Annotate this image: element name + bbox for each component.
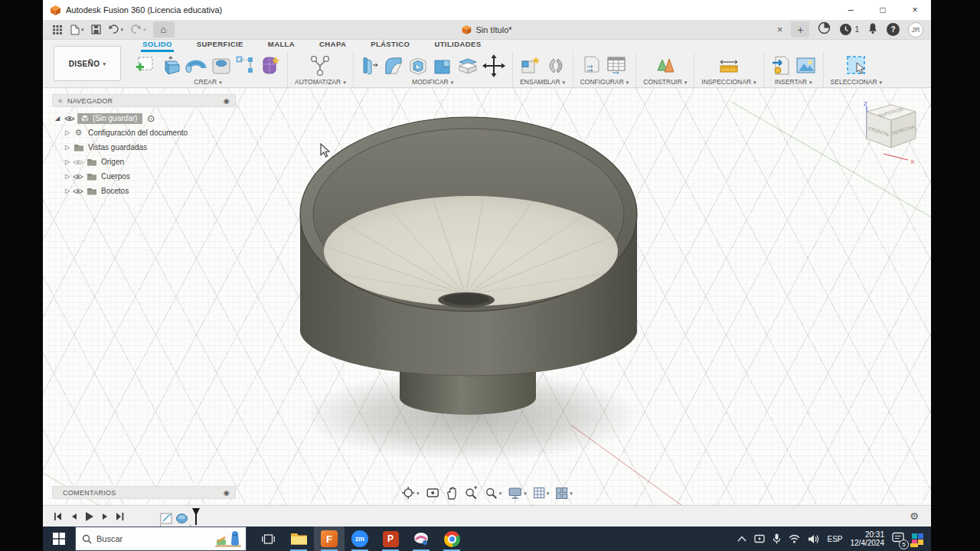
expander-open-icon[interactable]: ◢ <box>52 115 63 122</box>
tree-row-doc-settings[interactable]: ▷ ⚙ Configuración del documento <box>52 126 236 140</box>
create-form-button[interactable] <box>259 55 280 76</box>
timeline-sketch-feature[interactable] <box>160 512 173 525</box>
group-label-configurar[interactable]: CONFIGURAR▾ <box>580 78 629 86</box>
tab-malla[interactable]: MALLA <box>266 40 296 52</box>
sketch-dimension-button[interactable] <box>236 56 254 76</box>
tray-chevron-icon[interactable] <box>737 536 746 542</box>
configuration-table-button[interactable] <box>606 55 627 76</box>
help-button[interactable]: ? <box>887 23 900 36</box>
group-label-crear[interactable]: CREAR▾ <box>194 78 221 86</box>
group-label-construir[interactable]: CONSTRUIR▾ <box>643 78 687 86</box>
hole-button[interactable] <box>211 56 231 76</box>
grid-settings-button[interactable]: ▾ <box>533 487 550 499</box>
configuration-button[interactable] <box>582 55 602 76</box>
group-label-automatizar[interactable]: AUTOMATIZAR▾ <box>295 78 346 86</box>
file-explorer-button[interactable] <box>283 527 314 551</box>
tree-root-row[interactable]: ◢ (Sin guardar) ⊙ <box>52 111 236 126</box>
root-component-chip[interactable]: (Sin guardar) <box>77 113 142 124</box>
joint-button[interactable] <box>546 56 566 76</box>
tree-row-saved-views[interactable]: ▷ Vistas guardadas <box>52 140 236 155</box>
save-button[interactable] <box>91 24 101 34</box>
chrome-button[interactable] <box>436 527 467 551</box>
user-avatar[interactable]: JR <box>908 22 923 37</box>
select-button[interactable] <box>846 55 867 76</box>
document-tab[interactable]: Sin título* <box>451 20 522 40</box>
tree-row-cuerpos[interactable]: ▷ Cuerpos <box>52 169 236 184</box>
look-at-button[interactable] <box>426 487 439 499</box>
taskbar-clock[interactable]: 20:31 12/4/2024 <box>851 530 885 547</box>
expander-icon[interactable]: ▷ <box>62 173 73 180</box>
comments-header[interactable]: COMENTARIOS ◉ <box>52 486 236 499</box>
taskbar-search-input[interactable]: Buscar <box>75 527 247 551</box>
create-sketch-button[interactable] <box>136 55 156 76</box>
activate-component-radio[interactable]: ⊙ <box>147 113 155 124</box>
close-tab-button[interactable]: × <box>777 24 783 35</box>
display-settings-button[interactable]: ▾ <box>508 487 527 500</box>
step-back-button[interactable] <box>70 512 77 521</box>
offset-face-button[interactable] <box>457 56 478 76</box>
viewports-button[interactable]: ▾ <box>555 487 573 500</box>
fillet-button[interactable] <box>384 56 403 76</box>
notification-center-button[interactable]: 5 <box>892 532 904 546</box>
viewport-canvas[interactable]: « NAVEGADOR ◉ ◢ <box>43 88 931 505</box>
panel-pin-icon[interactable]: ◉ <box>224 489 230 497</box>
visibility-eye-icon[interactable] <box>73 158 83 166</box>
group-label-inspeccionar[interactable]: INSPECCIONAR▾ <box>701 78 756 86</box>
minimize-button[interactable]: – <box>835 0 867 20</box>
timeline-settings-gear-icon[interactable]: ⚙ <box>910 510 919 522</box>
task-view-button[interactable] <box>253 527 283 551</box>
file-menu-button[interactable]: ▾ <box>70 24 84 35</box>
office-app-icon[interactable] <box>912 533 923 545</box>
tree-row-origen[interactable]: ▷ Origen <box>52 155 236 169</box>
combine-button[interactable] <box>433 56 452 76</box>
collapse-panel-icon[interactable]: « <box>58 96 63 105</box>
tab-chapa[interactable]: CHAPA <box>318 40 348 52</box>
start-button[interactable] <box>43 527 75 551</box>
timeline-revolve-feature[interactable] <box>175 512 188 525</box>
group-label-insertar[interactable]: INSERTAR▾ <box>775 78 812 86</box>
extrude-button[interactable] <box>161 55 181 76</box>
extensions-button[interactable] <box>818 21 831 37</box>
undo-button[interactable]: ▾ <box>108 24 124 34</box>
group-label-seleccionar[interactable]: SELECCIONAR▾ <box>831 78 882 86</box>
play-button[interactable] <box>84 511 94 522</box>
panel-pin-icon[interactable]: ◉ <box>224 97 230 105</box>
skip-to-end-button[interactable] <box>116 512 125 521</box>
expander-icon[interactable]: ▷ <box>62 144 73 151</box>
paint-app-button[interactable] <box>406 527 436 551</box>
new-component-button[interactable] <box>520 55 541 76</box>
tab-plastico[interactable]: PLÁSTICO <box>369 40 411 52</box>
group-label-ensamblar[interactable]: ENSAMBLAR▾ <box>520 78 565 86</box>
group-label-modificar[interactable]: MODIFICAR▾ <box>412 78 453 86</box>
expander-icon[interactable]: ▷ <box>62 158 73 165</box>
zoom-app-button[interactable]: zm <box>345 527 375 551</box>
visibility-eye-icon[interactable] <box>73 187 83 195</box>
expander-icon[interactable]: ▷ <box>62 187 73 194</box>
notifications-button[interactable] <box>867 22 878 37</box>
orbit-button[interactable]: ▾ <box>401 486 420 500</box>
microphone-icon[interactable] <box>773 533 781 544</box>
press-pull-button[interactable] <box>361 55 379 76</box>
pan-button[interactable] <box>446 487 458 500</box>
move-copy-button[interactable] <box>482 54 505 77</box>
visibility-eye-icon[interactable] <box>73 173 83 181</box>
job-status-button[interactable]: 1 <box>839 23 859 36</box>
navigator-header[interactable]: « NAVEGADOR ◉ <box>52 94 236 107</box>
insert-image-button[interactable] <box>795 56 816 75</box>
tray-device-icon[interactable] <box>754 534 765 543</box>
redo-button[interactable]: ▾ <box>130 24 146 34</box>
new-tab-button[interactable]: + <box>791 21 809 37</box>
construct-plane-button[interactable] <box>655 55 675 76</box>
tab-solido[interactable]: SOLIDO <box>141 40 174 52</box>
revolve-button[interactable] <box>185 56 207 76</box>
automate-button[interactable] <box>309 55 332 77</box>
visibility-eye-icon[interactable] <box>64 115 75 122</box>
fit-button[interactable]: ▾ <box>484 486 502 500</box>
measure-button[interactable] <box>717 56 740 76</box>
insert-derive-button[interactable] <box>771 55 791 76</box>
home-view-button[interactable]: ⌂ <box>153 21 175 37</box>
zoom-button[interactable] <box>464 486 478 500</box>
tab-superficie[interactable]: SUPERFICIE <box>195 40 245 52</box>
workspace-selector[interactable]: DISEÑO ▾ <box>54 46 121 81</box>
language-indicator[interactable]: ESP <box>827 535 842 543</box>
